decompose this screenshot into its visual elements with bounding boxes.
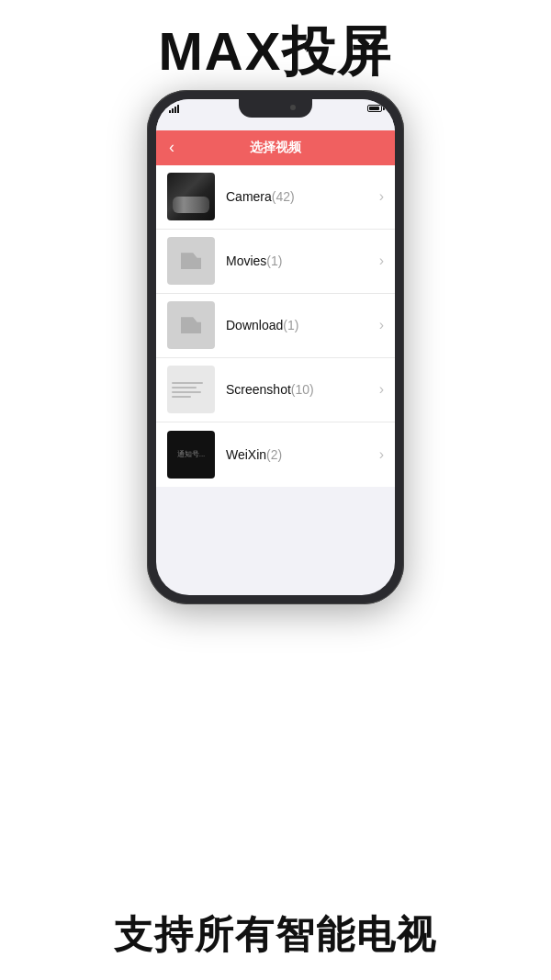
list-item-weixin[interactable]: 通知号... WeiXin(2) ›	[156, 422, 395, 487]
signal-indicator	[169, 105, 179, 113]
list-item-name: Screenshot	[226, 382, 291, 397]
chevron-icon: ›	[379, 253, 384, 269]
thumb-weixin: 通知号...	[167, 431, 215, 479]
list-item-count: (2)	[266, 447, 282, 462]
video-list: Camera(42) › Movies(1) ›	[156, 165, 395, 487]
chevron-icon: ›	[379, 446, 384, 463]
chevron-icon: ›	[379, 188, 384, 205]
thumb-download	[167, 301, 215, 349]
thumb-movies	[167, 237, 215, 285]
list-item-text-movies: Movies(1)	[226, 253, 374, 269]
list-item-text-camera: Camera(42)	[226, 188, 374, 205]
back-button[interactable]: ‹	[169, 138, 174, 157]
battery-indicator	[367, 105, 382, 112]
list-item-name: Camera	[226, 189, 272, 204]
title-bottom: 支持所有智能电视	[114, 912, 437, 958]
list-item-name: Movies	[226, 253, 266, 268]
list-item-name: WeiXin	[226, 447, 266, 462]
list-item-count: (1)	[266, 253, 282, 268]
list-item-movies[interactable]: Movies(1) ›	[156, 230, 395, 294]
thumb-screenshot	[167, 366, 215, 413]
list-item-screenshot[interactable]: Screenshot(10) ›	[156, 358, 395, 422]
app-header-title: 选择视频	[250, 140, 301, 156]
list-item-download[interactable]: Download(1) ›	[156, 294, 395, 358]
list-item-camera[interactable]: Camera(42) ›	[156, 165, 395, 230]
chevron-icon: ›	[379, 317, 384, 333]
weixin-thumb-text: 通知号...	[177, 449, 206, 459]
list-item-text-weixin: WeiXin(2)	[226, 446, 374, 463]
phone-notch	[239, 99, 312, 118]
title-top: MAX投屏	[159, 22, 393, 81]
list-item-count: (1)	[283, 318, 298, 332]
list-item-count: (42)	[272, 189, 295, 204]
list-item-name: Download	[226, 318, 283, 332]
list-item-text-download: Download(1)	[226, 317, 374, 333]
notch-camera	[290, 105, 296, 110]
chevron-icon: ›	[379, 381, 384, 398]
list-item-text-screenshot: Screenshot(10)	[226, 381, 374, 398]
thumb-camera	[167, 173, 215, 220]
phone-mockup: ‹ 选择视频 Camera(42) ›	[147, 90, 404, 604]
app-header: ‹ 选择视频	[156, 130, 395, 165]
status-bar	[156, 99, 395, 130]
list-item-count: (10)	[291, 382, 314, 397]
